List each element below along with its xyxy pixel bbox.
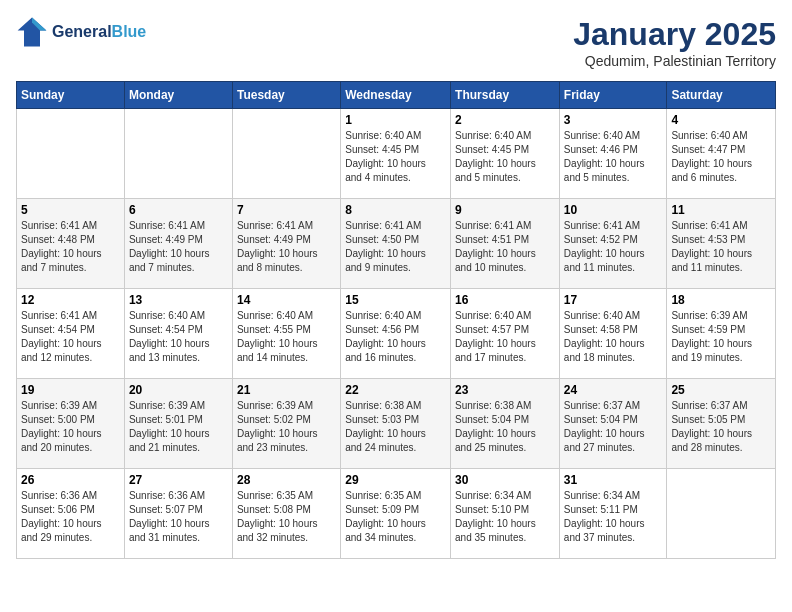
day-number: 11 [671, 203, 771, 217]
day-info: Sunrise: 6:37 AM Sunset: 5:04 PM Dayligh… [564, 399, 663, 455]
day-number: 20 [129, 383, 228, 397]
day-info: Sunrise: 6:39 AM Sunset: 5:00 PM Dayligh… [21, 399, 120, 455]
calendar-cell: 26Sunrise: 6:36 AM Sunset: 5:06 PM Dayli… [17, 469, 125, 559]
day-number: 31 [564, 473, 663, 487]
calendar-cell: 22Sunrise: 6:38 AM Sunset: 5:03 PM Dayli… [341, 379, 451, 469]
day-info: Sunrise: 6:35 AM Sunset: 5:09 PM Dayligh… [345, 489, 446, 545]
calendar-cell [124, 109, 232, 199]
day-info: Sunrise: 6:41 AM Sunset: 4:52 PM Dayligh… [564, 219, 663, 275]
calendar-cell: 15Sunrise: 6:40 AM Sunset: 4:56 PM Dayli… [341, 289, 451, 379]
day-number: 2 [455, 113, 555, 127]
day-info: Sunrise: 6:39 AM Sunset: 5:02 PM Dayligh… [237, 399, 336, 455]
calendar-cell: 7Sunrise: 6:41 AM Sunset: 4:49 PM Daylig… [232, 199, 340, 289]
calendar-cell: 20Sunrise: 6:39 AM Sunset: 5:01 PM Dayli… [124, 379, 232, 469]
day-number: 24 [564, 383, 663, 397]
day-number: 8 [345, 203, 446, 217]
calendar-cell: 29Sunrise: 6:35 AM Sunset: 5:09 PM Dayli… [341, 469, 451, 559]
day-number: 21 [237, 383, 336, 397]
col-header-thursday: Thursday [451, 82, 560, 109]
day-number: 25 [671, 383, 771, 397]
title-block: January 2025 Qedumim, Palestinian Territ… [573, 16, 776, 69]
day-info: Sunrise: 6:38 AM Sunset: 5:04 PM Dayligh… [455, 399, 555, 455]
calendar-cell: 3Sunrise: 6:40 AM Sunset: 4:46 PM Daylig… [559, 109, 667, 199]
calendar-cell: 5Sunrise: 6:41 AM Sunset: 4:48 PM Daylig… [17, 199, 125, 289]
day-info: Sunrise: 6:36 AM Sunset: 5:07 PM Dayligh… [129, 489, 228, 545]
calendar-cell: 13Sunrise: 6:40 AM Sunset: 4:54 PM Dayli… [124, 289, 232, 379]
calendar-cell: 18Sunrise: 6:39 AM Sunset: 4:59 PM Dayli… [667, 289, 776, 379]
calendar-cell: 19Sunrise: 6:39 AM Sunset: 5:00 PM Dayli… [17, 379, 125, 469]
day-info: Sunrise: 6:40 AM Sunset: 4:47 PM Dayligh… [671, 129, 771, 185]
calendar-cell [17, 109, 125, 199]
day-info: Sunrise: 6:40 AM Sunset: 4:56 PM Dayligh… [345, 309, 446, 365]
col-header-friday: Friday [559, 82, 667, 109]
day-number: 10 [564, 203, 663, 217]
day-number: 5 [21, 203, 120, 217]
location-subtitle: Qedumim, Palestinian Territory [573, 53, 776, 69]
day-number: 15 [345, 293, 446, 307]
day-info: Sunrise: 6:41 AM Sunset: 4:49 PM Dayligh… [237, 219, 336, 275]
calendar-cell [667, 469, 776, 559]
day-info: Sunrise: 6:40 AM Sunset: 4:45 PM Dayligh… [455, 129, 555, 185]
col-header-sunday: Sunday [17, 82, 125, 109]
day-number: 3 [564, 113, 663, 127]
day-info: Sunrise: 6:40 AM Sunset: 4:54 PM Dayligh… [129, 309, 228, 365]
page-header: GeneralBlue January 2025 Qedumim, Palest… [16, 16, 776, 69]
day-info: Sunrise: 6:35 AM Sunset: 5:08 PM Dayligh… [237, 489, 336, 545]
day-number: 1 [345, 113, 446, 127]
day-number: 26 [21, 473, 120, 487]
day-info: Sunrise: 6:36 AM Sunset: 5:06 PM Dayligh… [21, 489, 120, 545]
day-number: 17 [564, 293, 663, 307]
day-number: 29 [345, 473, 446, 487]
day-number: 4 [671, 113, 771, 127]
calendar-cell [232, 109, 340, 199]
calendar-cell: 8Sunrise: 6:41 AM Sunset: 4:50 PM Daylig… [341, 199, 451, 289]
logo-icon [16, 16, 48, 48]
week-row-3: 12Sunrise: 6:41 AM Sunset: 4:54 PM Dayli… [17, 289, 776, 379]
day-number: 16 [455, 293, 555, 307]
calendar-cell: 21Sunrise: 6:39 AM Sunset: 5:02 PM Dayli… [232, 379, 340, 469]
col-header-saturday: Saturday [667, 82, 776, 109]
calendar-cell: 9Sunrise: 6:41 AM Sunset: 4:51 PM Daylig… [451, 199, 560, 289]
day-number: 14 [237, 293, 336, 307]
calendar-cell: 14Sunrise: 6:40 AM Sunset: 4:55 PM Dayli… [232, 289, 340, 379]
day-info: Sunrise: 6:41 AM Sunset: 4:49 PM Dayligh… [129, 219, 228, 275]
day-info: Sunrise: 6:37 AM Sunset: 5:05 PM Dayligh… [671, 399, 771, 455]
day-info: Sunrise: 6:34 AM Sunset: 5:10 PM Dayligh… [455, 489, 555, 545]
day-number: 18 [671, 293, 771, 307]
calendar-cell: 30Sunrise: 6:34 AM Sunset: 5:10 PM Dayli… [451, 469, 560, 559]
calendar-cell: 23Sunrise: 6:38 AM Sunset: 5:04 PM Dayli… [451, 379, 560, 469]
day-number: 22 [345, 383, 446, 397]
calendar-cell: 1Sunrise: 6:40 AM Sunset: 4:45 PM Daylig… [341, 109, 451, 199]
day-number: 19 [21, 383, 120, 397]
calendar-cell: 10Sunrise: 6:41 AM Sunset: 4:52 PM Dayli… [559, 199, 667, 289]
day-info: Sunrise: 6:38 AM Sunset: 5:03 PM Dayligh… [345, 399, 446, 455]
calendar-cell: 17Sunrise: 6:40 AM Sunset: 4:58 PM Dayli… [559, 289, 667, 379]
calendar-cell: 16Sunrise: 6:40 AM Sunset: 4:57 PM Dayli… [451, 289, 560, 379]
col-header-tuesday: Tuesday [232, 82, 340, 109]
day-info: Sunrise: 6:41 AM Sunset: 4:54 PM Dayligh… [21, 309, 120, 365]
day-info: Sunrise: 6:40 AM Sunset: 4:57 PM Dayligh… [455, 309, 555, 365]
day-number: 23 [455, 383, 555, 397]
calendar-cell: 28Sunrise: 6:35 AM Sunset: 5:08 PM Dayli… [232, 469, 340, 559]
calendar-table: SundayMondayTuesdayWednesdayThursdayFrid… [16, 81, 776, 559]
col-header-monday: Monday [124, 82, 232, 109]
logo-text: GeneralBlue [52, 23, 146, 41]
month-title: January 2025 [573, 16, 776, 53]
calendar-cell: 24Sunrise: 6:37 AM Sunset: 5:04 PM Dayli… [559, 379, 667, 469]
day-info: Sunrise: 6:40 AM Sunset: 4:46 PM Dayligh… [564, 129, 663, 185]
day-info: Sunrise: 6:39 AM Sunset: 5:01 PM Dayligh… [129, 399, 228, 455]
calendar-cell: 31Sunrise: 6:34 AM Sunset: 5:11 PM Dayli… [559, 469, 667, 559]
day-info: Sunrise: 6:41 AM Sunset: 4:53 PM Dayligh… [671, 219, 771, 275]
week-row-4: 19Sunrise: 6:39 AM Sunset: 5:00 PM Dayli… [17, 379, 776, 469]
day-info: Sunrise: 6:41 AM Sunset: 4:51 PM Dayligh… [455, 219, 555, 275]
day-info: Sunrise: 6:40 AM Sunset: 4:45 PM Dayligh… [345, 129, 446, 185]
day-number: 27 [129, 473, 228, 487]
day-info: Sunrise: 6:41 AM Sunset: 4:50 PM Dayligh… [345, 219, 446, 275]
day-number: 6 [129, 203, 228, 217]
calendar-cell: 27Sunrise: 6:36 AM Sunset: 5:07 PM Dayli… [124, 469, 232, 559]
calendar-cell: 4Sunrise: 6:40 AM Sunset: 4:47 PM Daylig… [667, 109, 776, 199]
week-row-1: 1Sunrise: 6:40 AM Sunset: 4:45 PM Daylig… [17, 109, 776, 199]
calendar-cell: 2Sunrise: 6:40 AM Sunset: 4:45 PM Daylig… [451, 109, 560, 199]
calendar-cell: 6Sunrise: 6:41 AM Sunset: 4:49 PM Daylig… [124, 199, 232, 289]
calendar-header-row: SundayMondayTuesdayWednesdayThursdayFrid… [17, 82, 776, 109]
